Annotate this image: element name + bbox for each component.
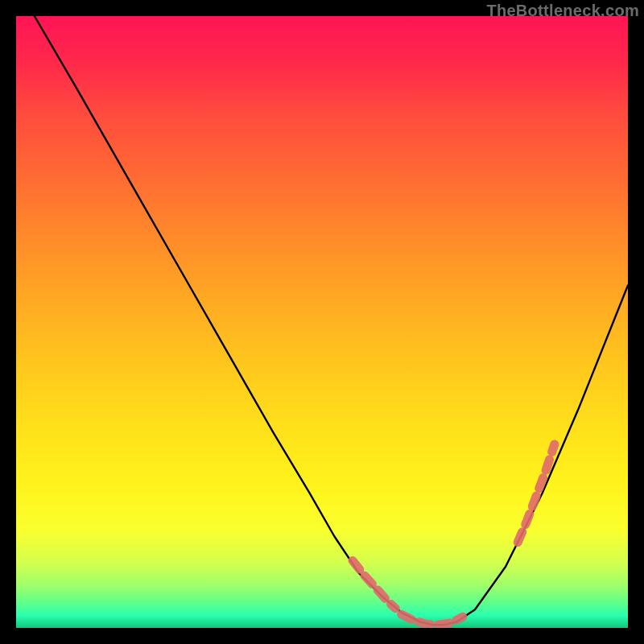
highlight-left (353, 560, 395, 608)
plot-area (16, 16, 628, 628)
curve-svg (16, 16, 628, 628)
main-curve (35, 16, 628, 625)
highlight-bottom (402, 614, 463, 625)
chart-frame: TheBottleneck.com (0, 0, 644, 644)
highlight-right (518, 444, 555, 543)
